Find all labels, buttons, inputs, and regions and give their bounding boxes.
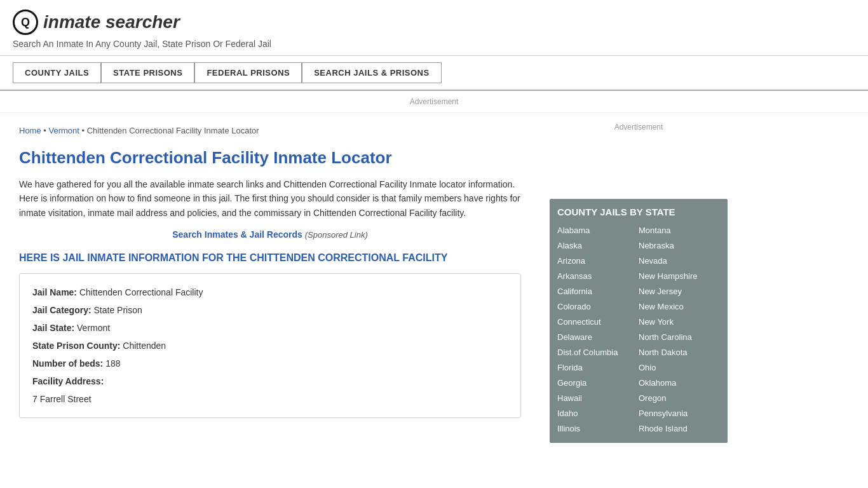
jail-state-label: Jail State: — [32, 323, 74, 333]
jail-name-value-text: Chittenden Correctional Facility — [79, 287, 203, 297]
jail-name-row: Jail Name: Chittenden Correctional Facil… — [32, 283, 508, 301]
logo-area: Q inmate searcher — [13, 10, 855, 35]
nav-search-jails-prisons[interactable]: SEARCH JAILS & PRISONS — [302, 62, 441, 83]
state-link[interactable]: Nevada — [639, 254, 720, 268]
state-link[interactable]: Alaska — [557, 239, 639, 252]
state-link[interactable]: Idaho — [557, 407, 639, 420]
top-ad-banner: Advertisement — [0, 91, 868, 113]
state-link[interactable]: Ohio — [639, 361, 720, 374]
state-link[interactable]: Pennsylvania — [639, 407, 720, 420]
nav-federal-prisons[interactable]: FEDERAL PRISONS — [194, 62, 302, 83]
breadcrumb-state[interactable]: Vermont — [48, 126, 79, 135]
state-link[interactable]: New Mexico — [639, 300, 720, 313]
sidebar-ad: Advertisement — [550, 123, 728, 186]
jail-category-value-text: State Prison — [93, 305, 142, 315]
jail-category-row: Jail Category: State Prison — [32, 301, 508, 319]
state-link[interactable]: Nebraska — [639, 239, 720, 252]
state-prison-county-label: State Prison County: — [32, 341, 120, 351]
jail-state-value-text: Vermont — [77, 323, 110, 333]
state-link[interactable]: Georgia — [557, 376, 639, 390]
state-prison-county-value-text: Chittenden — [123, 341, 166, 351]
state-link[interactable]: North Dakota — [639, 346, 720, 359]
logo-text: inmate searcher — [43, 12, 180, 32]
address-value-row: 7 Farrell Street — [32, 390, 508, 408]
state-link[interactable]: Colorado — [557, 300, 639, 313]
county-jails-box: COUNTY JAILS BY STATE AlabamaMontanaAlas… — [550, 199, 728, 443]
state-link[interactable]: Florida — [557, 361, 639, 374]
main-content: Home • Vermont • Chittenden Correctional… — [0, 113, 540, 452]
state-link[interactable]: Rhode Island — [639, 422, 720, 435]
address-value: 7 Farrell Street — [32, 394, 92, 404]
state-link[interactable]: Illinois — [557, 422, 639, 435]
jail-state-row: Jail State: Vermont — [32, 319, 508, 337]
jail-category-label: Jail Category: — [32, 305, 92, 315]
beds-label: Number of beds: — [32, 358, 103, 369]
section-heading: HERE IS JAIL INMATE INFORMATION FOR THE … — [19, 252, 521, 264]
state-link[interactable]: North Carolina — [639, 330, 720, 344]
state-link[interactable]: New Hampshire — [639, 269, 720, 283]
beds-value-text: 188 — [105, 358, 120, 369]
states-grid: AlabamaMontanaAlaskaNebraskaArizonaNevad… — [557, 224, 720, 435]
state-link[interactable]: Delaware — [557, 330, 639, 344]
beds-row: Number of beds: 188 — [32, 355, 508, 372]
address-row: Facility Address: — [32, 372, 508, 390]
state-link[interactable]: Dist.of Columbia — [557, 346, 639, 359]
nav-state-prisons[interactable]: STATE PRISONS — [101, 62, 194, 83]
state-link[interactable]: Oklahoma — [639, 376, 720, 390]
tagline: Search An Inmate In Any County Jail, Sta… — [13, 39, 855, 49]
state-link[interactable]: Montana — [639, 224, 720, 237]
state-link[interactable]: Arkansas — [557, 269, 639, 283]
search-link-area: Search Inmates & Jail Records (Sponsored… — [19, 229, 521, 240]
state-link[interactable]: Arizona — [557, 254, 639, 268]
state-link[interactable]: Connecticut — [557, 315, 639, 329]
sponsored-text: (Sponsored Link) — [305, 230, 368, 240]
description: We have gathered for you all the availab… — [19, 177, 521, 220]
state-link[interactable]: Oregon — [639, 391, 720, 405]
info-box: Jail Name: Chittenden Correctional Facil… — [19, 273, 521, 418]
nav: COUNTY JAILS STATE PRISONS FEDERAL PRISO… — [0, 56, 868, 91]
logo-icon: Q — [13, 10, 38, 35]
breadcrumb: Home • Vermont • Chittenden Correctional… — [19, 126, 521, 135]
state-link[interactable]: Alabama — [557, 224, 639, 237]
state-link[interactable]: California — [557, 285, 639, 298]
search-inmates-link[interactable]: Search Inmates & Jail Records — [172, 229, 302, 240]
breadcrumb-home[interactable]: Home — [19, 126, 41, 135]
page-title: Chittenden Correctional Facility Inmate … — [19, 148, 521, 168]
state-prison-county-row: State Prison County: Chittenden — [32, 337, 508, 355]
county-jails-title: COUNTY JAILS BY STATE — [557, 207, 720, 217]
address-label: Facility Address: — [32, 376, 104, 386]
state-link[interactable]: Hawaii — [557, 391, 639, 405]
header: Q inmate searcher Search An Inmate In An… — [0, 0, 868, 56]
nav-county-jails[interactable]: COUNTY JAILS — [13, 62, 101, 83]
breadcrumb-current: Chittenden Correctional Facility Inmate … — [87, 126, 259, 135]
layout: Home • Vermont • Chittenden Correctional… — [0, 113, 868, 452]
state-link[interactable]: New Jersey — [639, 285, 720, 298]
jail-name-label: Jail Name: — [32, 287, 77, 297]
sidebar: Advertisement COUNTY JAILS BY STATE Alab… — [540, 113, 737, 452]
state-link[interactable]: New York — [639, 315, 720, 329]
